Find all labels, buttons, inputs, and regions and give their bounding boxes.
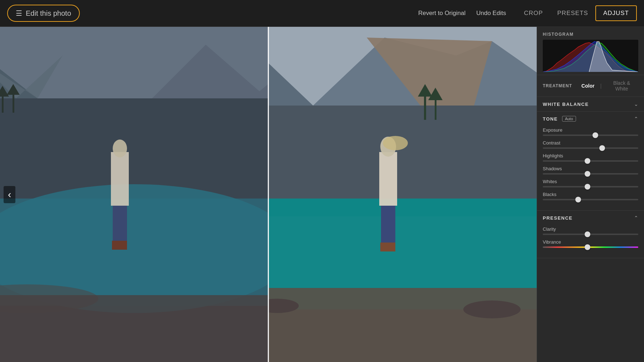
after-photo-svg [268, 27, 537, 362]
whites-track[interactable] [543, 186, 638, 187]
photo-after [268, 27, 537, 362]
svg-rect-20 [119, 241, 127, 250]
treatment-color-option[interactable]: Color [579, 82, 597, 89]
svg-rect-9 [13, 93, 14, 113]
white-balance-chevron-icon: ⌄ [634, 101, 638, 107]
svg-rect-17 [113, 206, 120, 241]
exposure-row: Exposure [543, 127, 638, 136]
white-balance-header[interactable]: WHITE BALANCE ⌄ [537, 97, 644, 111]
right-panel: HISTOGRAM TREA [537, 27, 644, 362]
presence-content: Clarity Vibrance [537, 225, 644, 258]
svg-rect-28 [435, 98, 436, 120]
svg-rect-32 [268, 288, 537, 362]
shadows-label: Shadows [543, 166, 638, 171]
treatment-sep: | [600, 83, 602, 89]
tab-crop[interactable]: CROP [517, 6, 550, 20]
clarity-label: Clarity [543, 226, 638, 232]
sliders-icon: ☰ [16, 9, 22, 18]
photo-area: ‹ [0, 27, 537, 362]
photo-compare-divider[interactable] [268, 27, 269, 362]
white-balance-title: WHITE BALANCE [543, 102, 589, 107]
tone-header[interactable]: TONE Auto ⌃ [537, 112, 644, 126]
contrast-row: Contrast [543, 140, 638, 149]
presence-header[interactable]: PRESENCE ⌃ [537, 211, 644, 225]
presence-chevron-icon: ⌃ [634, 215, 638, 221]
svg-rect-35 [379, 152, 397, 206]
svg-rect-39 [388, 206, 395, 243]
shadows-row: Shadows [543, 166, 638, 175]
svg-point-16 [113, 140, 127, 157]
histogram-section: HISTOGRAM [537, 27, 644, 75]
contrast-track[interactable] [543, 147, 638, 149]
svg-rect-18 [120, 206, 127, 241]
blacks-label: Blacks [543, 192, 638, 197]
histogram-title: HISTOGRAM [543, 32, 638, 37]
whites-row: Whites [543, 179, 638, 187]
whites-label: Whites [543, 179, 638, 184]
tone-chevron-icon: ⌃ [634, 116, 638, 122]
presence-section: PRESENCE ⌃ Clarity Vibrance [537, 211, 644, 258]
blacks-row: Blacks [543, 192, 638, 200]
vibrance-thumb[interactable] [585, 244, 590, 250]
highlights-row: Highlights [543, 153, 638, 162]
exposure-label: Exposure [543, 127, 638, 133]
svg-point-34 [463, 300, 521, 318]
highlights-track[interactable] [543, 160, 638, 162]
tone-section: TONE Auto ⌃ Exposure Contrast [537, 112, 644, 211]
svg-rect-31 [268, 199, 537, 216]
vibrance-label: Vibrance [543, 239, 638, 245]
svg-rect-19 [112, 241, 120, 250]
treatment-options: Color | Black & White [579, 79, 638, 92]
presence-title: PRESENCE [543, 215, 573, 221]
svg-rect-7 [2, 95, 4, 113]
contrast-thumb[interactable] [599, 145, 605, 151]
top-bar: ☰ Edit this photo Revert to Original Und… [0, 0, 644, 27]
highlights-thumb[interactable] [585, 158, 590, 164]
tone-auto-badge[interactable]: Auto [562, 116, 576, 122]
treatment-label: TREATMENT [543, 83, 572, 88]
undo-edits-button[interactable]: Undo Edits [476, 10, 506, 17]
whites-thumb[interactable] [585, 184, 590, 190]
histogram-chart [543, 40, 638, 72]
highlights-label: Highlights [543, 153, 638, 158]
white-balance-section: WHITE BALANCE ⌄ [537, 97, 644, 112]
treatment-bw-option[interactable]: Black & White [605, 79, 638, 92]
top-bar-actions: Revert to Original Undo Edits CROP PRESE… [418, 5, 637, 21]
treatment-section: TREATMENT Color | Black & White [537, 75, 644, 97]
exposure-track[interactable] [543, 134, 638, 136]
shadows-thumb[interactable] [585, 171, 590, 177]
tone-header-left: TONE Auto [543, 116, 576, 122]
exposure-thumb[interactable] [592, 132, 598, 138]
edit-photo-label: Edit this photo [26, 9, 71, 18]
blacks-thumb[interactable] [575, 197, 581, 202]
tab-presets[interactable]: PRESETS [550, 6, 595, 20]
blacks-track[interactable] [543, 199, 638, 200]
shadows-track[interactable] [543, 173, 638, 175]
svg-rect-40 [380, 243, 388, 251]
svg-rect-15 [111, 152, 129, 206]
vibrance-row: Vibrance [543, 239, 638, 248]
tone-title: TONE [543, 116, 558, 122]
svg-rect-38 [381, 206, 388, 243]
histogram-svg [543, 40, 638, 72]
svg-rect-41 [387, 243, 395, 251]
svg-rect-14 [0, 295, 268, 362]
photo-nav-prev-button[interactable]: ‹ [4, 186, 15, 203]
tab-adjust[interactable]: ADJUST [595, 5, 637, 21]
svg-rect-26 [424, 95, 426, 120]
main-content: ‹ HISTOGRAM [0, 27, 644, 362]
tone-content: Exposure Contrast Highlights [537, 126, 644, 210]
clarity-row: Clarity [543, 226, 638, 235]
clarity-thumb[interactable] [585, 231, 590, 237]
nav-tabs: CROP PRESETS ADJUST [517, 5, 637, 21]
edit-photo-button[interactable]: ☰ Edit this photo [7, 5, 80, 22]
clarity-track[interactable] [543, 234, 638, 235]
photo-canvas: ‹ [0, 27, 537, 362]
vibrance-track[interactable] [543, 246, 638, 248]
before-photo-svg [0, 27, 268, 362]
svg-point-37 [383, 136, 408, 150]
photo-before [0, 27, 268, 362]
contrast-label: Contrast [543, 140, 638, 146]
revert-button[interactable]: Revert to Original [418, 10, 465, 17]
